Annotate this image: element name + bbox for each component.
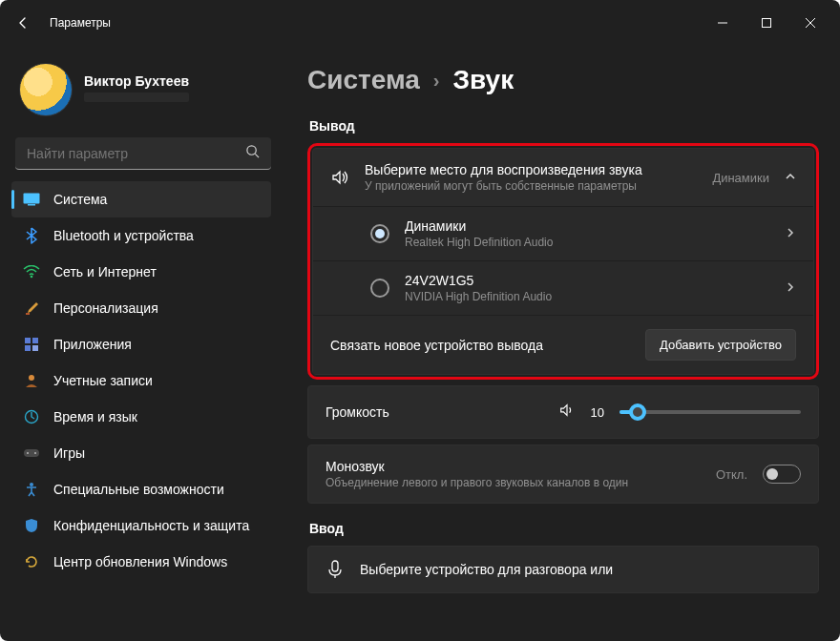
nav-label: Приложения <box>53 337 132 352</box>
nav-label: Сеть и Интернет <box>53 264 157 279</box>
output-device-row[interactable]: 24V2W1G5 NVIDIA High Definition Audio <box>313 260 813 315</box>
svg-point-14 <box>29 375 34 381</box>
maximize-button[interactable] <box>745 8 788 38</box>
display-icon <box>23 191 40 208</box>
svg-rect-1 <box>763 19 771 28</box>
output-chooser-title: Выберите место для воспроизведения звука <box>365 162 697 177</box>
titlebar: Параметры <box>0 0 840 46</box>
nav-accessibility[interactable]: Специальные возможности <box>11 471 271 507</box>
search-box[interactable] <box>15 137 271 170</box>
volume-slider[interactable] <box>620 410 801 414</box>
radio-unselected[interactable] <box>370 279 389 298</box>
pair-text: Связать новое устройство вывода <box>330 338 630 353</box>
output-device-row[interactable]: Динамики Realtek High Definition Audio <box>313 206 813 260</box>
search-icon <box>245 144 260 162</box>
accessibility-icon <box>23 481 40 498</box>
window-title: Параметры <box>50 16 111 30</box>
svg-point-19 <box>30 483 33 486</box>
maximize-icon <box>762 18 771 28</box>
nav-label: Конфиденциальность и защита <box>53 518 249 533</box>
add-device-button[interactable]: Добавить устройство <box>645 329 796 361</box>
svg-line-5 <box>255 154 259 157</box>
device-desc: NVIDIA High Definition Audio <box>405 290 769 303</box>
nav-bluetooth[interactable]: Bluetooth и устройства <box>11 217 271 254</box>
nav-personalization[interactable]: Персонализация <box>11 290 271 326</box>
nav-time[interactable]: Время и язык <box>11 399 271 435</box>
input-device-card: Выберите устройство для разговора или <box>307 546 819 593</box>
svg-point-8 <box>31 276 33 279</box>
brush-icon <box>23 300 40 317</box>
nav-accounts[interactable]: Учетные записи <box>11 362 271 399</box>
chevron-up-icon <box>785 171 796 185</box>
nav-privacy[interactable]: Конфиденциальность и защита <box>11 507 271 544</box>
chevron-right-icon[interactable] <box>785 279 796 297</box>
profile[interactable]: Виктор Бухтеев <box>11 46 275 134</box>
settings-window: Параметры Виктор Бухтеев <box>0 0 840 641</box>
slider-thumb[interactable] <box>629 403 646 421</box>
radio-selected[interactable] <box>370 224 389 243</box>
nav-label: Специальные возможности <box>53 482 224 497</box>
output-current-value: Динамики <box>712 171 769 185</box>
svg-rect-11 <box>32 338 38 343</box>
close-button[interactable] <box>788 8 832 38</box>
input-chooser-title: Выберите устройство для разговора или <box>360 562 801 577</box>
nav-update[interactable]: Центр обновления Windows <box>11 544 271 580</box>
svg-rect-13 <box>32 345 38 351</box>
output-chooser-row[interactable]: Выберите место для воспроизведения звука… <box>313 149 813 206</box>
section-output-title: Вывод <box>309 118 819 134</box>
breadcrumb: Система › Звук <box>307 57 819 111</box>
nav-gaming[interactable]: Игры <box>11 435 271 471</box>
user-name: Виктор Бухтеев <box>84 73 189 89</box>
nav-system[interactable]: Система <box>11 181 271 217</box>
svg-rect-7 <box>28 204 35 206</box>
nav-network[interactable]: Сеть и Интернет <box>11 254 271 290</box>
device-desc: Realtek High Definition Audio <box>405 236 769 249</box>
output-device-card: Выберите место для воспроизведения звука… <box>312 148 814 375</box>
minimize-button[interactable] <box>701 8 745 38</box>
breadcrumb-current: Звук <box>453 65 514 95</box>
accounts-icon <box>23 372 40 389</box>
nav-list: Система Bluetooth и устройства Сеть и Ин… <box>11 181 275 641</box>
nav-label: Центр обновления Windows <box>53 554 227 569</box>
arrow-left-icon <box>15 15 31 31</box>
nav-label: Bluetooth и устройства <box>53 228 194 243</box>
mono-toggle[interactable] <box>763 465 801 484</box>
apps-icon <box>23 336 40 353</box>
nav-label: Время и язык <box>53 409 137 424</box>
mono-title: Монозвук <box>326 459 701 474</box>
sidebar: Виктор Бухтеев Система Bluetooth и устро… <box>0 46 286 641</box>
volume-value: 10 <box>591 405 604 420</box>
gamepad-icon <box>23 445 40 462</box>
bluetooth-icon <box>23 227 40 244</box>
shield-icon <box>23 517 40 534</box>
wifi-icon <box>23 263 40 280</box>
chevron-right-icon[interactable] <box>785 225 796 242</box>
chevron-right-icon: › <box>433 70 440 92</box>
mono-subtitle: Объединение левого и правого звуковых ка… <box>326 476 701 489</box>
svg-rect-20 <box>332 561 338 571</box>
mono-state: Откл. <box>716 467 747 482</box>
output-chooser-subtitle: У приложений могут быть собственные пара… <box>365 179 697 193</box>
svg-point-4 <box>247 146 256 155</box>
svg-rect-6 <box>24 194 40 204</box>
input-chooser-row[interactable]: Выберите устройство для разговора или <box>308 547 818 592</box>
output-highlight: Выберите место для воспроизведения звука… <box>307 143 819 380</box>
volume-label: Громкость <box>326 404 543 420</box>
volume-card: Громкость 10 <box>307 385 819 439</box>
device-name: Динамики <box>405 218 769 234</box>
volume-icon[interactable] <box>558 402 576 423</box>
svg-point-18 <box>34 452 36 454</box>
minimize-icon <box>718 18 727 28</box>
back-button[interactable] <box>8 8 38 38</box>
search-input[interactable] <box>27 146 245 161</box>
mono-row[interactable]: Монозвук Объединение левого и правого зв… <box>308 445 818 503</box>
nav-apps[interactable]: Приложения <box>11 326 271 362</box>
nav-label: Учетные записи <box>53 373 153 388</box>
speaker-icon <box>330 168 349 187</box>
update-icon <box>23 553 40 570</box>
mono-card: Монозвук Объединение левого и правого зв… <box>307 445 819 504</box>
breadcrumb-parent[interactable]: Система <box>307 65 420 95</box>
clock-globe-icon <box>23 408 40 425</box>
avatar <box>19 63 73 116</box>
microphone-icon <box>326 560 345 579</box>
